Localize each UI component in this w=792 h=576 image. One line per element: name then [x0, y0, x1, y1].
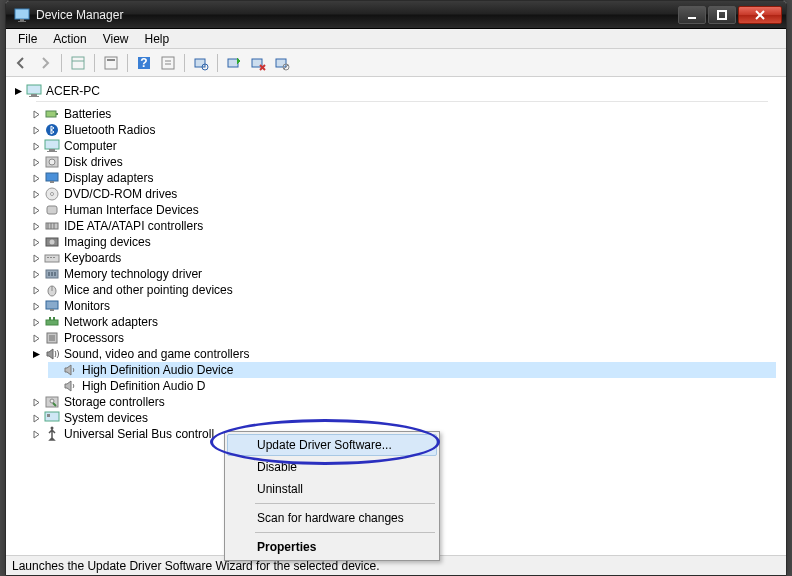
category-label: Processors — [64, 331, 124, 345]
expand-icon[interactable] — [30, 412, 42, 424]
tree-category[interactable]: Processors — [30, 330, 776, 346]
category-label: Storage controllers — [64, 395, 165, 409]
device-label: High Definition Audio Device — [82, 363, 233, 377]
scan-hardware-button[interactable] — [190, 52, 212, 74]
svg-point-65 — [50, 399, 54, 403]
window-title: Device Manager — [36, 8, 676, 22]
tree-device[interactable]: High Definition Audio D — [48, 378, 776, 394]
menu-item[interactable]: Uninstall — [227, 478, 437, 500]
menu-separator — [255, 532, 435, 533]
expand-icon[interactable] — [30, 124, 42, 136]
svg-rect-47 — [45, 255, 59, 262]
menubar: File Action View Help — [6, 29, 786, 49]
spacer — [48, 364, 60, 376]
expand-icon[interactable] — [30, 108, 42, 120]
device-manager-window: Device Manager File Action View Help ? — [5, 0, 787, 576]
tree-category[interactable]: IDE ATA/ATAPI controllers — [30, 218, 776, 234]
category-label: Network adapters — [64, 315, 158, 329]
svg-rect-28 — [46, 111, 56, 117]
tree-category[interactable]: Sound, video and game controllers — [30, 346, 776, 362]
expand-icon[interactable] — [30, 204, 42, 216]
svg-rect-57 — [46, 301, 58, 309]
tree-device[interactable]: High Definition Audio Device — [48, 362, 776, 378]
expand-icon[interactable] — [30, 156, 42, 168]
tree-category[interactable]: Disk drives — [30, 154, 776, 170]
tree-category[interactable]: Batteries — [30, 106, 776, 122]
maximize-button[interactable] — [708, 6, 736, 24]
tree-category[interactable]: Memory technology driver — [30, 266, 776, 282]
menu-view[interactable]: View — [95, 30, 137, 48]
minimize-button[interactable] — [678, 6, 706, 24]
expand-icon[interactable] — [30, 172, 42, 184]
svg-point-68 — [51, 427, 54, 430]
tree-category[interactable]: Storage controllers — [30, 394, 776, 410]
collapse-icon[interactable] — [30, 348, 42, 360]
expand-icon[interactable] — [30, 316, 42, 328]
menu-item[interactable]: Disable — [227, 456, 437, 478]
expand-icon[interactable] — [30, 268, 42, 280]
menu-item[interactable]: Scan for hardware changes — [227, 507, 437, 529]
close-button[interactable] — [738, 6, 782, 24]
show-hide-tree-button[interactable] — [67, 52, 89, 74]
category-label: Bluetooth Radios — [64, 123, 155, 137]
category-label: Monitors — [64, 299, 110, 313]
image-icon — [44, 234, 60, 250]
tree-category[interactable]: System devices — [30, 410, 776, 426]
category-label: Human Interface Devices — [64, 203, 199, 217]
back-button[interactable] — [10, 52, 32, 74]
separator — [217, 54, 218, 72]
expand-icon[interactable] — [30, 332, 42, 344]
tree-category[interactable]: Keyboards — [30, 250, 776, 266]
action-button[interactable] — [157, 52, 179, 74]
svg-rect-67 — [47, 414, 50, 417]
tree-category[interactable]: DVD/CD-ROM drives — [30, 186, 776, 202]
category-label: Mice and other pointing devices — [64, 283, 233, 297]
collapse-icon[interactable] — [12, 85, 24, 97]
help-button[interactable]: ? — [133, 52, 155, 74]
svg-rect-0 — [15, 9, 29, 19]
category-label: Batteries — [64, 107, 111, 121]
expand-icon[interactable] — [30, 300, 42, 312]
category-label: Sound, video and game controllers — [64, 347, 249, 361]
tree-category[interactable]: Monitors — [30, 298, 776, 314]
menu-item[interactable]: Update Driver Software... — [227, 434, 437, 456]
tree-category[interactable]: Computer — [30, 138, 776, 154]
svg-rect-25 — [27, 85, 41, 94]
category-label: Display adapters — [64, 171, 153, 185]
svg-rect-40 — [47, 206, 57, 214]
svg-point-35 — [49, 159, 55, 165]
tree-category[interactable]: Mice and other pointing devices — [30, 282, 776, 298]
expand-icon[interactable] — [30, 396, 42, 408]
separator — [184, 54, 185, 72]
update-driver-button[interactable] — [223, 52, 245, 74]
bluetooth-icon — [44, 122, 60, 138]
svg-rect-54 — [54, 272, 56, 276]
tree-category[interactable]: Network adapters — [30, 314, 776, 330]
disable-button[interactable] — [271, 52, 293, 74]
tree-category[interactable]: Bluetooth Radios — [30, 122, 776, 138]
properties-button[interactable] — [100, 52, 122, 74]
menu-help[interactable]: Help — [137, 30, 178, 48]
menu-action[interactable]: Action — [45, 30, 94, 48]
expand-icon[interactable] — [30, 188, 42, 200]
category-label: IDE ATA/ATAPI controllers — [64, 219, 203, 233]
computer-icon — [26, 83, 42, 99]
forward-button[interactable] — [34, 52, 56, 74]
expand-icon[interactable] — [30, 140, 42, 152]
titlebar[interactable]: Device Manager — [6, 1, 786, 29]
menu-item[interactable]: Properties — [227, 536, 437, 558]
expand-icon[interactable] — [30, 252, 42, 264]
menu-file[interactable]: File — [10, 30, 45, 48]
expand-icon[interactable] — [30, 428, 42, 440]
tree-category[interactable]: Human Interface Devices — [30, 202, 776, 218]
expand-icon[interactable] — [30, 284, 42, 296]
tree-root[interactable]: ACER-PC — [12, 83, 776, 99]
tree-category[interactable]: Display adapters — [30, 170, 776, 186]
tree-category[interactable]: Imaging devices — [30, 234, 776, 250]
category-label: Universal Serial Bus controll — [64, 427, 214, 441]
ide-icon — [44, 218, 60, 234]
expand-icon[interactable] — [30, 236, 42, 248]
uninstall-button[interactable] — [247, 52, 269, 74]
svg-rect-31 — [45, 140, 59, 149]
expand-icon[interactable] — [30, 220, 42, 232]
